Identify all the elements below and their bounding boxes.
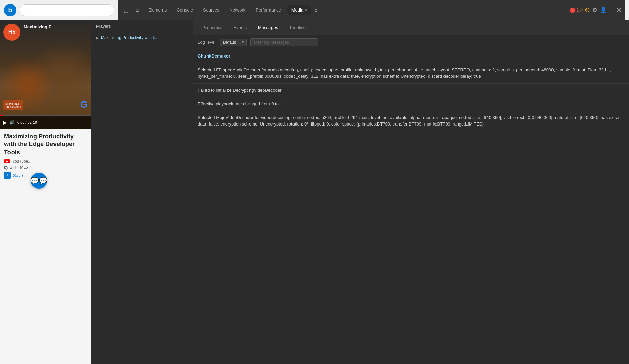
source-label: YouTube...	[12, 159, 31, 164]
players-panel: Players ▶ Maximizing Productivity with t…	[91, 20, 193, 364]
close-tab-icon[interactable]: ×	[305, 8, 307, 12]
messages-panel: Properties Events Messages Timeline Log …	[193, 20, 629, 364]
close-devtools-icon[interactable]: ✕	[616, 6, 622, 14]
tab-elements[interactable]: Elements	[144, 5, 171, 15]
video-author: by SFHTML5	[4, 165, 87, 170]
address-bar[interactable]	[20, 4, 114, 16]
tab-events[interactable]: Events	[229, 23, 252, 32]
players-header: Players	[91, 20, 193, 32]
tab-network[interactable]: Network	[225, 5, 250, 15]
video-thumbnail: H5 Maximizing P SFHTML5This event i G	[0, 20, 91, 129]
player-arrow-icon: ▶	[96, 36, 99, 40]
device-emulation-icon[interactable]: ▭	[133, 5, 142, 15]
error-count: 2	[577, 8, 579, 13]
player-item-label: Maximizing Productivity with t...	[101, 35, 157, 40]
video-title-text: Maximizing Productivity with the Edge De…	[4, 133, 87, 156]
page-content: H5 Maximizing P SFHTML5This event i G ▶ …	[0, 20, 91, 364]
cursor-tool-icon[interactable]: ⬚	[121, 5, 131, 15]
chat-icon: 💬	[30, 177, 39, 185]
more-tabs-icon[interactable]: »	[315, 7, 318, 13]
save-label: Save	[13, 173, 23, 178]
main-area: H5 Maximizing P SFHTML5This event i G ▶ …	[0, 20, 629, 364]
volume-button[interactable]: 🔊	[9, 120, 15, 125]
message-chunk-demuxer: ChunkDemuxer	[193, 49, 629, 63]
log-level-wrapper: Default Error Warning Info Debug ▼	[220, 39, 247, 46]
message-playback-rate: Effective playback rate changed from 0 t…	[193, 97, 629, 111]
message-audio-decoder: Selected FFmpegAudioDecoder for audio de…	[193, 63, 629, 84]
video-player: H5 Maximizing P SFHTML5This event i G ▶ …	[0, 20, 91, 129]
sub-tabs: Properties Events Messages Timeline	[193, 20, 629, 35]
log-level-select[interactable]: Default Error Warning Info Debug	[220, 39, 247, 46]
devtools-body: Players ▶ Maximizing Productivity with t…	[91, 20, 629, 364]
devtools-panel: Players ▶ Maximizing Productivity with t…	[91, 20, 629, 364]
time-display: 0:06 / 32:19	[17, 120, 37, 124]
chat-button[interactable]: 💬	[31, 173, 47, 189]
browser-content: H5 Maximizing P SFHTML5This event i G ▶ …	[0, 20, 629, 364]
error-icon: ⛔	[570, 7, 576, 13]
more-options-icon[interactable]: ···	[609, 7, 614, 13]
html5-logo: H5	[3, 24, 20, 41]
log-level-label: Log level:	[198, 40, 217, 45]
bing-logo: b	[4, 4, 16, 16]
log-filter-bar: Log level: Default Error Warning Info De…	[193, 35, 629, 49]
sfhtml5-badge: SFHTML5This event i	[3, 100, 23, 110]
video-controls: ▶ 🔊 0:06 / 32:19	[0, 116, 91, 129]
messages-list: ChunkDemuxer Selected FFmpegAudioDecoder…	[193, 49, 629, 364]
tab-timeline[interactable]: Timeline	[284, 23, 310, 32]
play-button[interactable]: ▶	[3, 119, 7, 126]
save-icon	[4, 172, 11, 179]
youtube-icon	[4, 159, 10, 163]
browser-bar: b ⬚ ▭ Elements Console Sources Network P…	[0, 0, 629, 20]
message-decrypting-decoder: Failed to initialize DecryptingVideoDeco…	[193, 84, 629, 97]
tab-sources[interactable]: Sources	[199, 5, 223, 15]
video-info: Maximizing Productivity with the Edge De…	[0, 129, 91, 183]
devtools-toolbar-right: ⛔ 2 ⚠ 63 ⚙ 👤 ··· ✕	[570, 6, 622, 14]
tab-console[interactable]: Console	[173, 5, 197, 15]
video-title-overlay: Maximizing P	[24, 24, 51, 29]
video-source: YouTube...	[4, 159, 87, 164]
settings-icon[interactable]: ⚙	[592, 7, 597, 13]
tab-properties[interactable]: Properties	[198, 23, 227, 32]
tab-messages[interactable]: Messages	[253, 23, 283, 32]
message-video-decoder: Selected MojoVideoDecoder for video deco…	[193, 111, 629, 131]
google-logo: G	[80, 99, 88, 110]
filter-input[interactable]	[250, 38, 318, 46]
tab-media[interactable]: Media×	[287, 5, 311, 15]
player-item[interactable]: ▶ Maximizing Productivity with t...	[91, 32, 193, 43]
warning-count: 63	[585, 8, 589, 13]
author-label: by SFHTML5	[4, 165, 28, 170]
user-icon[interactable]: 👤	[600, 7, 607, 13]
warning-icon: ⚠	[580, 7, 584, 13]
tab-performance[interactable]: Performance	[252, 5, 285, 15]
error-count-badge[interactable]: ⛔ 2 ⚠ 63	[570, 7, 590, 13]
